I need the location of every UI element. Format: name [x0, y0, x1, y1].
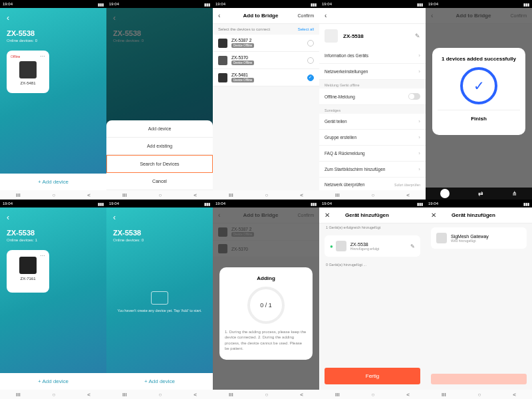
back-icon[interactable]: ‹: [7, 13, 100, 23]
add-device-button[interactable]: + Add device: [0, 174, 106, 190]
adding-title: Adding: [225, 275, 307, 281]
device-icon: [436, 233, 447, 243]
opt-add-device[interactable]: Add device: [106, 120, 213, 138]
add-device-button[interactable]: + Add device: [106, 373, 213, 390]
pending-device-card[interactable]: SigMesh GatewayWird hinzugefügt: [431, 227, 527, 249]
row-device-info[interactable]: Information des Geräts›: [319, 48, 426, 64]
status-bar: 19:04▮▮▮: [106, 0, 213, 8]
device-thumb: [19, 257, 37, 274]
android-nav: III○<: [426, 390, 532, 399]
device-icon: [336, 241, 346, 251]
android-nav: III○<: [106, 190, 213, 200]
android-nav: III○<: [213, 190, 319, 200]
device-card[interactable]: Offline ⋯ ZX-5481: [7, 51, 49, 93]
device-icon: [218, 73, 227, 82]
android-nav: III○<: [0, 390, 106, 399]
row-share[interactable]: Gerät teilen›: [319, 114, 426, 130]
share-icon[interactable]: ⋔: [512, 190, 517, 197]
header: ‹: [319, 8, 426, 24]
back-icon[interactable]: ‹: [218, 12, 227, 19]
share-bar: ⇄⋔: [426, 188, 532, 200]
close-icon[interactable]: ✕: [325, 211, 334, 219]
more-icon[interactable]: ⋯: [40, 53, 45, 59]
screen-adding-progress: 19:04▮▮▮ ‹Add to BridgeConfirm ZX-5387 2…: [213, 200, 319, 399]
more-icon[interactable]: ⋯: [40, 253, 45, 259]
row-faq[interactable]: FAQ & Rückmeldung›: [319, 146, 426, 162]
device-icon: [218, 56, 227, 65]
opt-add-existing[interactable]: Add existing: [106, 138, 213, 155]
device-name: ZX-5481: [11, 81, 45, 85]
toggle-off[interactable]: [408, 93, 420, 100]
confirm-button[interactable]: Confirm: [294, 13, 314, 18]
status-bar: 19:04▮▮▮: [213, 0, 319, 8]
checkbox[interactable]: [307, 40, 314, 47]
device-thumb: [19, 61, 37, 78]
android-nav: III○<: [319, 190, 426, 200]
add-device-button[interactable]: + Add device: [0, 373, 106, 390]
device-header[interactable]: ZX-5538✎: [319, 24, 426, 48]
device-row[interactable]: ZX-5387 2Device Offline: [213, 35, 319, 52]
status-bar: 19:04▮▮▮: [426, 0, 532, 8]
device-row[interactable]: ZX-5370Device Offline: [213, 52, 319, 69]
circle-icon[interactable]: [440, 189, 450, 198]
success-icon: ●: [330, 243, 333, 249]
adding-note: 1. During the adding process, please kee…: [225, 329, 307, 352]
checkbox[interactable]: [307, 57, 314, 64]
status-bar: 19:04▮▮▮: [0, 0, 106, 8]
done-button-disabled: [431, 374, 527, 384]
screen-add-device-pending: 19:04▮▮▮ ✕Gerät hinzufügen SigMesh Gatew…: [426, 200, 532, 399]
opt-cancel[interactable]: Cancel: [106, 173, 213, 190]
select-all-button[interactable]: Select all: [298, 27, 314, 31]
back-icon[interactable]: ‹: [325, 12, 334, 19]
success-ring: ✓: [460, 67, 497, 104]
select-label: Select the devices to connect: [218, 27, 270, 31]
progress-ring: 0 / 1: [247, 287, 285, 324]
added-device-card[interactable]: ● ZX-5538Hinzufügung erfolgt ✎: [325, 235, 420, 257]
empty-text: You haven't create any device yet. Tap '…: [106, 309, 213, 313]
opt-search-devices[interactable]: Search for Devices: [106, 155, 213, 173]
success-message: 1 devices added successfully: [438, 56, 520, 62]
adding-modal: Adding 0 / 1 1. During the adding proces…: [219, 267, 313, 360]
screen-home-empty: 19:04▮▮▮ ‹ ZX-5538 Online devices: 0 You…: [106, 200, 213, 399]
page-title: ZX-5538: [7, 29, 100, 37]
android-nav: III○<: [106, 390, 213, 399]
status-bar: 19:04▮▮▮: [0, 200, 106, 207]
row-group[interactable]: Gruppe erstellen›: [319, 130, 426, 146]
online-count: Online devices: 0: [7, 39, 100, 43]
screen-action-sheet: 19:04▮▮▮ ‹ ZX-5538 Online devices: 0 Add…: [106, 0, 213, 200]
status-bar: 19:04▮▮▮: [106, 200, 213, 207]
row-network-settings[interactable]: Netzwerkeinstellungen›: [319, 64, 426, 80]
android-nav: III○<: [319, 390, 426, 399]
status-bar: 19:04▮▮▮: [319, 0, 426, 8]
back-icon[interactable]: ‹: [7, 213, 100, 222]
swap-icon[interactable]: ⇄: [478, 190, 483, 197]
screen-home-connected: 19:04▮▮▮ ‹ ZX-5538 Online devices: 1 ⋯ Z…: [0, 200, 106, 399]
check-icon: ✓: [473, 78, 485, 94]
success-modal: 1 devices added successfully ✓ Finish: [432, 48, 525, 135]
screen-add-success: 19:04▮▮▮ ‹Add to BridgeConfirm 1 devices…: [426, 0, 532, 200]
row-add-home[interactable]: Zum Startbildschirm hinzufügen›: [319, 162, 426, 178]
device-row[interactable]: ZX-5481Device Offline: [213, 69, 319, 86]
close-icon[interactable]: ✕: [431, 211, 440, 219]
finish-button[interactable]: Finish: [438, 110, 520, 127]
status-bar: 19:04▮▮▮: [319, 200, 426, 207]
checkbox-checked[interactable]: [307, 74, 314, 81]
edit-icon[interactable]: ✎: [410, 243, 415, 249]
back-icon[interactable]: ‹: [113, 213, 206, 222]
status-bar: 19:04▮▮▮: [213, 200, 319, 207]
screen-device-settings: 19:04▮▮▮ ‹ ZX-5538✎ Information des Gerä…: [319, 0, 426, 200]
row-network-check[interactable]: Netzwerk überprüfenSofort überprüfen: [319, 178, 426, 190]
header: ‹ Add to Bridge Confirm: [213, 8, 319, 24]
android-nav: III○<: [0, 190, 106, 200]
done-button[interactable]: Fertig: [325, 368, 420, 384]
edit-icon[interactable]: ✎: [415, 33, 420, 39]
empty-icon: [151, 291, 168, 305]
status-bar: 19:04▮▮▮: [426, 200, 532, 207]
screen-add-device-done: 19:04▮▮▮ ✕Gerät hinzufügen 1 Gerät(e) er…: [319, 200, 426, 399]
page-title: Add to Bridge: [227, 13, 294, 19]
android-nav: III○<: [213, 390, 319, 399]
screen-add-to-bridge: 19:04▮▮▮ ‹ Add to Bridge Confirm Select …: [213, 0, 319, 200]
device-icon: [325, 29, 338, 43]
row-offline-notify[interactable]: Offline-Meldung: [319, 88, 426, 105]
device-card[interactable]: ⋯ ZX-7161: [7, 250, 49, 293]
